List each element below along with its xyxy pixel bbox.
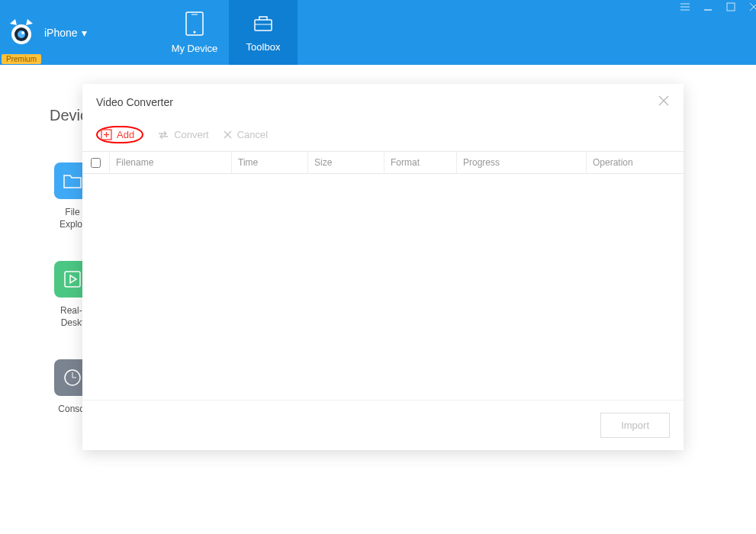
add-button[interactable]: Add [101, 129, 134, 140]
svg-point-2 [18, 31, 25, 38]
table-header: Filename Time Size Format Progress Opera… [82, 151, 684, 174]
column-format[interactable]: Format [384, 152, 457, 173]
modal-header: Video Converter [82, 84, 684, 120]
select-all-checkbox[interactable] [91, 158, 101, 168]
device-selector[interactable]: iPhone ▾ [44, 27, 87, 39]
svg-point-3 [21, 31, 24, 34]
main-tabs: My Device Toolbox [160, 0, 298, 65]
cancel-icon [223, 130, 233, 140]
tablet-icon [184, 11, 205, 37]
tab-label: My Device [172, 43, 218, 54]
modal-footer: Import [82, 400, 684, 450]
svg-rect-7 [255, 20, 272, 31]
column-progress[interactable]: Progress [457, 152, 587, 173]
app-logo-icon [6, 18, 37, 48]
column-size[interactable]: Size [308, 152, 384, 173]
menu-icon[interactable] [680, 2, 690, 15]
video-converter-modal: Video Converter Add Convert Cancel Filen… [82, 84, 684, 450]
close-icon[interactable] [658, 95, 670, 109]
tab-label: Toolbox [246, 41, 281, 53]
add-label: Add [117, 129, 134, 140]
top-bar: iPhone ▾ Premium My Device Toolbox [0, 0, 756, 65]
convert-label: Convert [174, 129, 209, 140]
modal-toolbar: Add Convert Cancel [82, 120, 684, 151]
close-icon[interactable] [748, 2, 756, 15]
convert-button[interactable]: Convert [157, 129, 209, 140]
dropdown-icon: ▾ [82, 27, 87, 39]
device-name: iPhone [44, 27, 78, 39]
cancel-label: Cancel [237, 129, 268, 140]
column-filename[interactable]: Filename [110, 152, 232, 173]
add-highlight-annotation: Add [96, 126, 143, 143]
logo-block: iPhone ▾ Premium [0, 18, 87, 48]
table-body [82, 174, 684, 400]
column-select-all[interactable] [82, 152, 110, 173]
window-controls [680, 2, 756, 15]
plus-icon [101, 129, 112, 140]
premium-badge: Premium [2, 54, 41, 64]
tab-toolbox[interactable]: Toolbox [229, 0, 298, 65]
svg-rect-16 [65, 272, 80, 287]
tab-my-device[interactable]: My Device [160, 0, 229, 65]
svg-rect-13 [727, 3, 735, 11]
maximize-icon[interactable] [725, 2, 736, 15]
column-time[interactable]: Time [232, 152, 308, 173]
cancel-button[interactable]: Cancel [223, 129, 268, 140]
import-button[interactable]: Import [600, 413, 670, 438]
convert-icon [157, 130, 169, 140]
svg-point-5 [194, 31, 196, 34]
modal-title: Video Converter [96, 96, 173, 108]
minimize-icon[interactable] [703, 2, 713, 15]
toolbox-icon [252, 12, 275, 35]
column-operation[interactable]: Operation [587, 152, 684, 173]
